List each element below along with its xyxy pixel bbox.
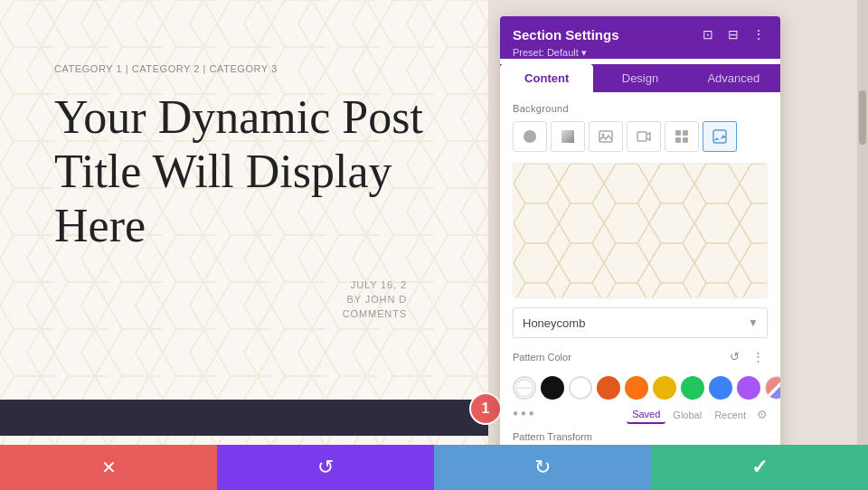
- color-settings-icon[interactable]: ⚙: [757, 408, 768, 422]
- green-swatch[interactable]: [681, 376, 704, 400]
- redo-icon: ↻: [534, 456, 551, 479]
- post-meta: JULY 16, 2 BY JOHN D COMMENTS: [54, 279, 407, 319]
- page-content: CATEGORY 1 | CATEGORY 2 | CATEGORY 3 You…: [0, 0, 497, 434]
- bg-type-icons: [513, 121, 768, 152]
- post-comments: COMMENTS: [54, 308, 407, 319]
- global-button[interactable]: Global: [667, 407, 707, 423]
- tab-advanced[interactable]: Advanced: [687, 64, 780, 92]
- color-bg-icon[interactable]: [513, 121, 547, 152]
- svg-rect-6: [599, 131, 612, 142]
- categories-text: CATEGORY 1 | CATEGORY 2 | CATEGORY 3: [54, 63, 443, 74]
- pattern-preview-svg: [514, 164, 767, 297]
- panel-header-icons: ⊡ ⊟ ⋮: [699, 25, 768, 43]
- pattern-color-label: Pattern Color: [513, 352, 719, 363]
- image-bg-icon[interactable]: [589, 121, 623, 152]
- saved-buttons: Saved Global Recent ⚙: [627, 406, 768, 424]
- color-swatches: [513, 376, 768, 400]
- orange-swatch[interactable]: [625, 376, 648, 400]
- pattern-color-row: Pattern Color ↺ ⋮: [513, 347, 768, 367]
- pattern-bg-icon[interactable]: [665, 121, 699, 152]
- pattern-dropdown-row: Honeycomb ▼: [513, 307, 768, 338]
- saved-row: • • • Saved Global Recent ⚙: [513, 405, 768, 424]
- post-author: BY JOHN D: [54, 294, 407, 305]
- transparent-swatch[interactable]: [513, 376, 536, 400]
- panel-title: Section Settings: [513, 27, 619, 42]
- cancel-button[interactable]: ✕: [0, 445, 217, 490]
- gradient-bg-icon[interactable]: [551, 121, 585, 152]
- post-date: JULY 16, 2: [54, 279, 407, 290]
- panel-body: Background: [500, 92, 780, 453]
- tab-design[interactable]: Design: [593, 64, 686, 92]
- svg-rect-10: [683, 130, 688, 136]
- reset-color-icon[interactable]: ↺: [724, 347, 744, 367]
- more-color-icon[interactable]: ⋮: [748, 347, 768, 367]
- svg-rect-11: [675, 137, 681, 143]
- save-button[interactable]: ✓: [651, 445, 868, 490]
- red-orange-swatch[interactable]: [597, 376, 620, 400]
- save-icon: ✓: [751, 456, 768, 479]
- cancel-icon: ✕: [101, 457, 117, 478]
- white-swatch[interactable]: [569, 376, 592, 400]
- purple-swatch[interactable]: [737, 376, 760, 400]
- columns-icon[interactable]: ⊟: [724, 25, 742, 43]
- svg-point-4: [524, 130, 536, 143]
- svg-rect-9: [675, 130, 681, 136]
- scrollbar-thumb[interactable]: [859, 90, 866, 145]
- saved-button[interactable]: Saved: [627, 406, 665, 424]
- pattern-color-actions: ↺ ⋮: [724, 347, 768, 367]
- redo-button[interactable]: ↻: [434, 445, 651, 490]
- svg-rect-5: [561, 130, 574, 143]
- more-icon[interactable]: ⋮: [750, 25, 768, 43]
- yellow-swatch[interactable]: [653, 376, 676, 400]
- mask-bg-icon[interactable]: [703, 121, 737, 152]
- pattern-select[interactable]: Honeycomb: [513, 307, 768, 338]
- svg-rect-8: [637, 132, 646, 141]
- settings-panel: Section Settings ⊡ ⊟ ⋮ Preset: Default ▾…: [500, 16, 780, 453]
- post-title: Your Dynamic Post Title Will Display Her…: [54, 90, 443, 252]
- reset-icon: ↺: [317, 456, 334, 479]
- preset-label[interactable]: Preset: Default ▾: [513, 47, 768, 59]
- bottom-dark-bar: [0, 400, 497, 436]
- panel-header: Section Settings ⊡ ⊟ ⋮ Preset: Default ▾: [500, 16, 780, 59]
- black-swatch[interactable]: [541, 376, 564, 400]
- copy-icon[interactable]: ⊡: [699, 25, 717, 43]
- panel-tabs: Content Design Advanced: [500, 64, 780, 92]
- background-label: Background: [513, 103, 768, 114]
- video-bg-icon[interactable]: [627, 121, 661, 152]
- pattern-preview-area: [513, 163, 768, 298]
- svg-rect-16: [514, 164, 767, 297]
- dots-icon[interactable]: • • •: [513, 405, 533, 424]
- pattern-transform-label: Pattern Transform: [513, 431, 768, 442]
- reset-button[interactable]: ↺: [217, 445, 434, 490]
- blue-swatch[interactable]: [709, 376, 732, 400]
- diagonal-swatch[interactable]: [765, 376, 780, 400]
- recent-button[interactable]: Recent: [709, 407, 751, 423]
- pattern-dropdown-wrapper: Honeycomb ▼: [513, 307, 768, 338]
- svg-rect-12: [683, 137, 688, 143]
- bottom-action-bar: ✕ ↺ ↻ ✓: [0, 445, 868, 490]
- tab-content[interactable]: Content: [500, 64, 593, 92]
- scrollbar-track[interactable]: [857, 0, 868, 490]
- step-badge: 1: [469, 392, 502, 425]
